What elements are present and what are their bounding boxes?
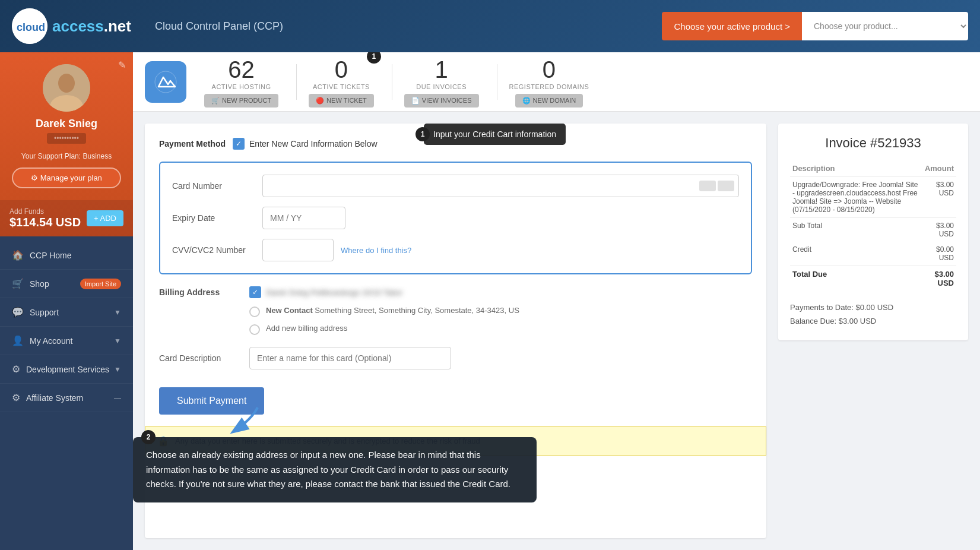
logo-text: access.net bbox=[52, 17, 131, 36]
card-desc-label: Card Description bbox=[159, 353, 242, 363]
sidebar-nav: 🏠 CCP Home 🛒 Shop Import Site 💬 Support … bbox=[0, 236, 133, 550]
product-dropdown[interactable]: Choose your product... bbox=[802, 12, 968, 40]
sidebar-item-my-account[interactable]: 👤 My Account ▼ bbox=[0, 327, 133, 355]
logo-area: cloud access.net bbox=[12, 8, 131, 44]
invoice-box: Invoice #521933 Description Amount Upgra… bbox=[778, 124, 968, 340]
stat-divider-3 bbox=[497, 64, 497, 100]
top-header: cloud access.net Cloud Control Panel (CC… bbox=[0, 0, 980, 52]
card-form: Card Number Expiry Date bbox=[159, 162, 752, 274]
billing-selected: ✓ Darek Snieg Politkowskogo 10/10 Tabor bbox=[249, 286, 402, 298]
expiry-row: Expiry Date bbox=[172, 207, 739, 229]
hosting-label: ACTIVE HOSTING bbox=[212, 83, 271, 90]
funds-amount: $114.54 USD bbox=[9, 216, 81, 229]
billing-option-add-new[interactable]: Add new billing address bbox=[249, 323, 752, 335]
sidebar-label-affiliate: Affiliate System bbox=[26, 393, 83, 403]
view-invoices-button[interactable]: 📄 VIEW INVOICES bbox=[404, 94, 479, 108]
sidebar-item-shop[interactable]: 🛒 Shop Import Site bbox=[0, 270, 133, 298]
cart-icon: 🛒 bbox=[211, 97, 220, 105]
add-new-billing-radio[interactable] bbox=[249, 324, 260, 335]
add-funds-label: Add Funds bbox=[9, 207, 81, 216]
invoice-table: Description Amount Upgrade/Downgrade: Fr… bbox=[790, 160, 956, 291]
card-number-input[interactable] bbox=[262, 175, 739, 197]
cvv-input[interactable] bbox=[262, 239, 334, 261]
cvv-row: CVV/CVC2 Number Where do I find this? bbox=[172, 239, 739, 261]
step1-circle: 1 bbox=[416, 127, 430, 141]
hosting-count: 62 bbox=[228, 56, 255, 83]
credit-value: $0.00 USD bbox=[922, 242, 956, 266]
sidebar-item-support[interactable]: 💬 Support ▼ bbox=[0, 298, 133, 327]
brand-icon bbox=[145, 61, 186, 103]
invoices-count: 1 bbox=[435, 56, 448, 83]
svg-point-3 bbox=[58, 74, 75, 93]
invoices-label: DUE INVOICES bbox=[416, 83, 467, 90]
payment-method-label: Payment Method bbox=[159, 139, 226, 148]
new-product-button[interactable]: 🛒 NEW PRODUCT bbox=[204, 94, 278, 108]
step1-badge: 1 bbox=[367, 52, 381, 64]
sidebar-item-ccp-home[interactable]: 🏠 CCP Home bbox=[0, 241, 133, 270]
svg-text:cloud: cloud bbox=[17, 21, 45, 33]
expiry-input[interactable] bbox=[262, 207, 345, 229]
stat-group-domains: 0 REGISTERED DOMAINS 🌐 NEW DOMAIN bbox=[509, 56, 589, 108]
invoice-row-description: Upgrade/Downgrade: Free Joomla! Site - u… bbox=[790, 177, 922, 218]
sidebar-profile: ✎ Darek Snieg •••••••••• Your Support Pl… bbox=[0, 52, 133, 200]
billing-option-new-contact[interactable]: New Contact Something Street, Something … bbox=[249, 305, 752, 317]
manage-plan-button[interactable]: ⚙ Manage your plan bbox=[12, 167, 121, 188]
cvv-help-link[interactable]: Where do I find this? bbox=[341, 246, 411, 255]
card-number-row: Card Number bbox=[172, 175, 739, 197]
stat-group-invoices: 1 DUE INVOICES 📄 VIEW INVOICES bbox=[404, 56, 479, 108]
sidebar-label-my-account: My Account bbox=[30, 336, 72, 346]
stat-divider-1 bbox=[296, 64, 297, 100]
payments-to-date: Payments to Date: $0.00 USD bbox=[790, 301, 956, 314]
new-domain-button[interactable]: 🌐 NEW DOMAIN bbox=[515, 94, 583, 108]
sidebar-item-affiliate[interactable]: ⚙ Affiliate System — bbox=[0, 384, 133, 412]
dev-chevron-icon: ▼ bbox=[114, 365, 121, 374]
stats-bar: 62 ACTIVE HOSTING 🛒 NEW PRODUCT 0 ACTIVE… bbox=[133, 52, 980, 112]
billing-options: New Contact Something Street, Something … bbox=[249, 305, 752, 335]
credit-label: Credit bbox=[790, 242, 922, 266]
main-content: 62 ACTIVE HOSTING 🛒 NEW PRODUCT 0 ACTIVE… bbox=[133, 52, 980, 550]
billing-header: Billing Address ✓ Darek Snieg Politkowsk… bbox=[159, 286, 752, 298]
checkbox-checked-icon: ✓ bbox=[233, 138, 245, 150]
dev-services-icon: ⚙ bbox=[12, 363, 20, 375]
affiliate-icon: ⚙ bbox=[12, 392, 20, 403]
sidebar-label-shop: Shop bbox=[30, 279, 49, 289]
invoice-subtotal-row: Sub Total $3.00 USD bbox=[790, 218, 956, 242]
invoice-col-description: Description bbox=[790, 160, 922, 177]
invoice-total-row: Total Due $3.00 USD bbox=[790, 266, 956, 292]
tooltip-step2-text: Choose an already existing address or in… bbox=[146, 450, 510, 489]
sidebar-item-dev-services[interactable]: ⚙ Development Services ▼ bbox=[0, 355, 133, 384]
card-number-label: Card Number bbox=[172, 181, 255, 191]
active-product-button[interactable]: Choose your active product > bbox=[662, 12, 802, 40]
tooltip-step2: Choose an already existing address or in… bbox=[133, 437, 537, 502]
support-icon: 💬 bbox=[12, 306, 24, 318]
billing-label: Billing Address bbox=[159, 287, 242, 297]
billing-checkbox-icon: ✓ bbox=[249, 286, 261, 298]
card-number-input-wrapper bbox=[262, 175, 739, 197]
tooltip-step2-container: Choose an already existing address or in… bbox=[133, 437, 537, 502]
tooltip-step1-text: Input your Credit Cart information bbox=[433, 129, 556, 139]
billing-address-blurred: Darek Snieg Politkowskogo 10/10 Tabor bbox=[266, 288, 402, 297]
user-name: Darek Snieg bbox=[12, 118, 121, 130]
visa-icon bbox=[699, 181, 716, 191]
account-chevron-icon: ▼ bbox=[114, 337, 121, 345]
subtotal-label: Sub Total bbox=[790, 218, 922, 242]
new-contact-radio[interactable] bbox=[249, 306, 260, 317]
edit-profile-icon[interactable]: ✎ bbox=[118, 59, 126, 71]
card-desc-row: Card Description bbox=[159, 347, 752, 369]
invoice-row-amount: $3.00 USD bbox=[922, 177, 956, 218]
card-desc-input[interactable] bbox=[249, 347, 451, 369]
import-site-badge: Import Site bbox=[80, 279, 121, 289]
account-icon: 👤 bbox=[12, 335, 24, 346]
new-ticket-button[interactable]: 🔴 NEW TICKET bbox=[309, 94, 374, 108]
stat-divider-2 bbox=[392, 64, 392, 100]
sidebar: ✎ Darek Snieg •••••••••• Your Support Pl… bbox=[0, 52, 133, 550]
enter-new-card-checkbox[interactable]: ✓ Enter New Card Information Below bbox=[233, 138, 378, 150]
sidebar-funds: Add Funds $114.54 USD + ADD bbox=[0, 200, 133, 236]
sidebar-label-dev-services: Development Services bbox=[26, 365, 109, 374]
add-funds-button[interactable]: + ADD bbox=[87, 210, 123, 226]
sidebar-label-ccp-home: CCP Home bbox=[30, 251, 72, 260]
stat-group-hosting: 62 ACTIVE HOSTING 🛒 NEW PRODUCT bbox=[204, 56, 278, 108]
sidebar-label-support: Support bbox=[30, 308, 59, 317]
billing-row: Billing Address ✓ Darek Snieg Politkowsk… bbox=[159, 286, 752, 335]
total-value: $3.00 USD bbox=[922, 266, 956, 292]
